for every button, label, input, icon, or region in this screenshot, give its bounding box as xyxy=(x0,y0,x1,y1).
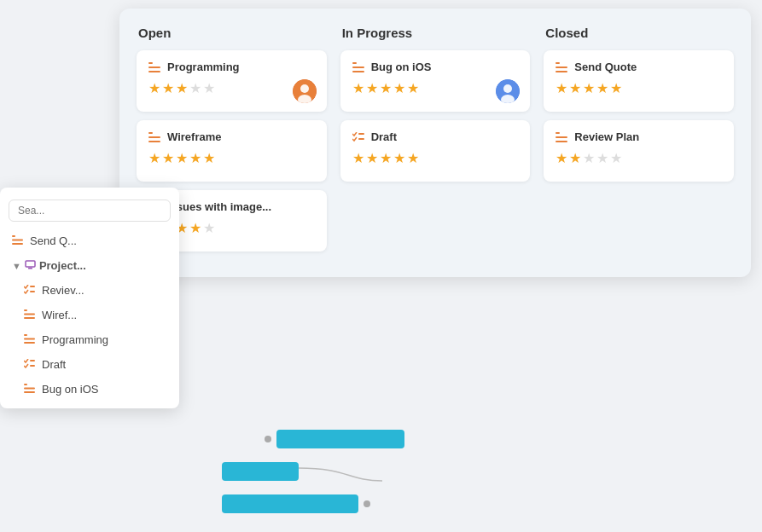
svg-rect-35 xyxy=(24,317,35,319)
svg-rect-42 xyxy=(24,388,35,390)
svg-rect-12 xyxy=(352,62,357,64)
gantt-area xyxy=(196,426,606,523)
card-header: Bug on iOS xyxy=(352,61,519,73)
sidebar-item-label-wiref: Wiref... xyxy=(42,309,77,321)
svg-rect-1 xyxy=(148,66,160,68)
card-stars-wireframe: ★ ★ ★ ★ ★ xyxy=(148,150,315,166)
svg-rect-31 xyxy=(30,286,35,287)
svg-rect-29 xyxy=(26,261,35,267)
kanban-card-send-quote[interactable]: Send Quote ★ ★ ★ ★ ★ xyxy=(544,50,734,112)
sidebar-item-review[interactable]: Reviev... xyxy=(0,278,179,303)
svg-rect-18 xyxy=(358,133,364,135)
kanban-card-draft[interactable]: Draft ★ ★ ★ ★ ★ xyxy=(340,120,531,182)
list-icon xyxy=(24,333,35,346)
kanban-card-wireframe[interactable]: Wireframe ★ ★ ★ ★ ★ xyxy=(137,120,327,182)
kanban-card-bug-ios[interactable]: Bug on iOS ★ ★ ★ ★ ★ xyxy=(340,50,531,112)
card-title-review-plan: Review Plan xyxy=(574,130,639,143)
svg-rect-14 xyxy=(352,71,364,72)
card-header: Send Quote xyxy=(556,61,722,73)
svg-rect-41 xyxy=(24,384,27,385)
svg-rect-25 xyxy=(556,141,567,142)
card-title-bug-ios: Bug on iOS xyxy=(371,61,432,73)
svg-rect-40 xyxy=(30,365,35,367)
card-stars-bug-ios: ★ ★ ★ ★ ★ xyxy=(352,80,519,96)
list-icon xyxy=(24,309,35,321)
svg-rect-27 xyxy=(12,240,23,241)
sidebar-item-label-draft: Draft xyxy=(42,358,66,371)
sidebar-item-send-quote[interactable]: Send Q... xyxy=(0,228,179,253)
sidebar: Send Q... ▼ Project... Reviev... xyxy=(0,188,179,408)
svg-rect-39 xyxy=(30,360,35,361)
sidebar-group-label-project: Project... xyxy=(39,259,86,272)
sidebar-item-label-programming: Programming xyxy=(42,333,108,346)
card-header: Draft xyxy=(352,130,519,143)
card-list-icon xyxy=(556,62,567,72)
svg-rect-26 xyxy=(12,235,15,237)
card-list-icon xyxy=(556,132,567,142)
svg-rect-36 xyxy=(24,334,27,336)
kanban-card-programming[interactable]: Programming ★ ★ ★ ★ ★ xyxy=(137,50,327,112)
kanban-column-closed: Closed Send Quote ★ ★ ★ ★ ★ xyxy=(544,26,734,260)
list-icon xyxy=(12,234,23,247)
column-title-closed: Closed xyxy=(544,26,734,40)
svg-rect-38 xyxy=(24,342,35,344)
svg-rect-20 xyxy=(556,62,560,64)
card-header: Wireframe xyxy=(148,130,315,143)
svg-point-16 xyxy=(503,84,512,93)
svg-rect-21 xyxy=(556,66,567,68)
svg-rect-22 xyxy=(556,71,567,72)
card-stars-draft: ★ ★ ★ ★ ★ xyxy=(352,150,519,166)
card-stars-send-quote: ★ ★ ★ ★ ★ xyxy=(556,80,722,96)
card-stars-programming: ★ ★ ★ ★ ★ xyxy=(148,80,315,96)
sidebar-item-label-bug-ios: Bug on iOS xyxy=(42,383,99,396)
card-title-send-quote: Send Quote xyxy=(574,61,637,73)
card-header: Review Plan xyxy=(556,130,722,143)
gantt-row-programming xyxy=(196,426,606,452)
svg-rect-33 xyxy=(24,309,27,311)
svg-rect-9 xyxy=(148,141,160,142)
checklist-icon xyxy=(24,284,35,297)
column-title-open: Open xyxy=(137,26,327,40)
kanban-column-inprogress: In Progress Bug on iOS ★ ★ ★ ★ ★ xyxy=(340,26,531,260)
svg-point-4 xyxy=(300,84,309,93)
card-stars-review-plan: ★ ★ ★ ★ ★ xyxy=(556,150,722,166)
column-title-inprogress: In Progress xyxy=(340,26,531,40)
sidebar-search-input[interactable] xyxy=(9,200,171,222)
sidebar-item-label-review: Reviev... xyxy=(42,284,84,297)
card-avatar-bug-ios xyxy=(496,79,520,103)
chevron-down-icon: ▼ xyxy=(12,261,21,271)
gantt-row-bug-ios xyxy=(196,491,606,517)
card-title-issues: Issues with image... xyxy=(167,200,271,213)
sidebar-group-project[interactable]: ▼ Project... xyxy=(0,253,179,278)
svg-rect-24 xyxy=(556,136,567,138)
sidebar-item-wiref[interactable]: Wiref... xyxy=(0,303,179,327)
card-title-wireframe: Wireframe xyxy=(167,130,221,143)
card-list-icon xyxy=(148,132,160,142)
gantt-row-draft xyxy=(196,459,606,484)
svg-rect-19 xyxy=(358,138,364,140)
card-header: Programming xyxy=(148,61,315,73)
card-avatar-programming xyxy=(293,79,317,103)
card-checklist-icon xyxy=(352,132,364,142)
svg-rect-32 xyxy=(30,291,35,292)
svg-rect-43 xyxy=(24,391,35,393)
svg-rect-30 xyxy=(28,268,32,269)
svg-rect-28 xyxy=(12,243,23,245)
svg-rect-8 xyxy=(148,136,160,138)
sidebar-item-programming[interactable]: Programming xyxy=(0,327,179,352)
svg-rect-37 xyxy=(24,338,35,340)
svg-rect-2 xyxy=(148,71,160,72)
sidebar-item-bug-ios[interactable]: Bug on iOS xyxy=(0,377,179,402)
svg-rect-23 xyxy=(556,132,560,134)
svg-rect-34 xyxy=(24,314,35,315)
card-title-draft: Draft xyxy=(371,130,397,143)
checklist-icon xyxy=(24,358,35,371)
svg-rect-0 xyxy=(148,62,153,64)
kanban-card-review-plan[interactable]: Review Plan ★ ★ ★ ★ ★ xyxy=(544,120,734,182)
monitor-icon xyxy=(25,259,36,272)
kanban-board: Open Programming ★ ★ ★ ★ ★ xyxy=(119,9,751,277)
svg-rect-7 xyxy=(148,132,153,134)
sidebar-item-label-send-quote: Send Q... xyxy=(30,234,77,247)
card-list-icon xyxy=(148,62,160,72)
sidebar-item-draft[interactable]: Draft xyxy=(0,352,179,377)
